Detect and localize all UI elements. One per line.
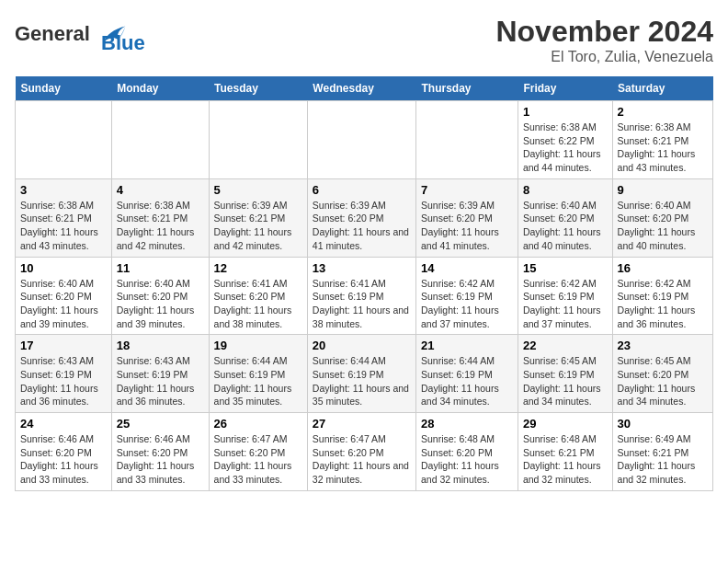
calendar-day: 8Sunrise: 6:40 AM Sunset: 6:20 PM Daylig… [518, 178, 612, 257]
calendar-day: 30Sunrise: 6:49 AM Sunset: 6:21 PM Dayli… [612, 413, 712, 491]
day-info: Sunrise: 6:48 AM Sunset: 6:21 PM Dayligh… [523, 432, 608, 487]
day-number: 8 [523, 183, 608, 197]
day-info: Sunrise: 6:40 AM Sunset: 6:20 PM Dayligh… [117, 277, 204, 331]
day-number: 13 [313, 261, 411, 275]
day-number: 6 [313, 183, 411, 197]
calendar-day: 6Sunrise: 6:39 AM Sunset: 6:20 PM Daylig… [307, 178, 415, 257]
day-number: 7 [421, 183, 513, 197]
calendar-day [16, 101, 112, 179]
day-number: 14 [421, 261, 513, 275]
calendar-day: 2Sunrise: 6:38 AM Sunset: 6:21 PM Daylig… [612, 101, 712, 179]
day-number: 22 [523, 339, 608, 352]
day-info: Sunrise: 6:39 AM Sunset: 6:20 PM Dayligh… [421, 199, 513, 253]
header-friday: Friday [518, 76, 612, 101]
day-number: 15 [523, 261, 608, 275]
page-header: General Blue November 2024 El Toro, Zuli… [15, 15, 713, 65]
day-info: Sunrise: 6:39 AM Sunset: 6:20 PM Dayligh… [313, 199, 411, 253]
calendar-day [307, 101, 415, 179]
day-info: Sunrise: 6:40 AM Sunset: 6:20 PM Dayligh… [618, 199, 708, 253]
day-number: 26 [214, 417, 302, 431]
day-number: 21 [421, 339, 513, 352]
logo-text-general: General [15, 22, 90, 45]
day-info: Sunrise: 6:42 AM Sunset: 6:19 PM Dayligh… [421, 277, 513, 331]
day-number: 12 [214, 261, 302, 275]
page-subtitle: El Toro, Zulia, Venezuela [495, 49, 713, 65]
calendar-day: 14Sunrise: 6:42 AM Sunset: 6:19 PM Dayli… [416, 257, 518, 335]
day-info: Sunrise: 6:45 AM Sunset: 6:20 PM Dayligh… [618, 354, 708, 408]
calendar-week-4: 17Sunrise: 6:43 AM Sunset: 6:19 PM Dayli… [16, 335, 713, 413]
day-number: 29 [523, 417, 608, 431]
day-info: Sunrise: 6:46 AM Sunset: 6:20 PM Dayligh… [117, 432, 204, 487]
day-info: Sunrise: 6:42 AM Sunset: 6:19 PM Dayligh… [523, 277, 608, 331]
calendar-day: 20Sunrise: 6:44 AM Sunset: 6:19 PM Dayli… [307, 335, 415, 413]
header-wednesday: Wednesday [307, 76, 415, 101]
day-info: Sunrise: 6:47 AM Sunset: 6:20 PM Dayligh… [313, 432, 411, 487]
calendar-header-row: SundayMondayTuesdayWednesdayThursdayFrid… [16, 76, 713, 101]
day-number: 2 [618, 105, 708, 119]
day-number: 11 [117, 261, 204, 275]
day-number: 17 [20, 339, 107, 352]
day-number: 18 [117, 339, 204, 352]
calendar-day: 18Sunrise: 6:43 AM Sunset: 6:19 PM Dayli… [111, 335, 209, 413]
calendar-day: 7Sunrise: 6:39 AM Sunset: 6:20 PM Daylig… [416, 178, 518, 257]
day-info: Sunrise: 6:48 AM Sunset: 6:20 PM Dayligh… [421, 432, 513, 487]
day-number: 23 [618, 339, 708, 352]
page-title: November 2024 [495, 15, 713, 49]
calendar-day: 22Sunrise: 6:45 AM Sunset: 6:19 PM Dayli… [518, 335, 612, 413]
header-saturday: Saturday [612, 76, 712, 101]
calendar-day [416, 101, 518, 179]
calendar-day: 24Sunrise: 6:46 AM Sunset: 6:20 PM Dayli… [16, 413, 112, 491]
header-tuesday: Tuesday [209, 76, 307, 101]
day-number: 16 [618, 261, 708, 275]
day-info: Sunrise: 6:39 AM Sunset: 6:21 PM Dayligh… [214, 199, 302, 253]
day-info: Sunrise: 6:44 AM Sunset: 6:19 PM Dayligh… [214, 354, 302, 408]
header-thursday: Thursday [416, 76, 518, 101]
calendar-day: 12Sunrise: 6:41 AM Sunset: 6:20 PM Dayli… [209, 257, 307, 335]
logo: General Blue [15, 15, 145, 55]
day-info: Sunrise: 6:38 AM Sunset: 6:22 PM Dayligh… [523, 121, 608, 175]
day-info: Sunrise: 6:40 AM Sunset: 6:20 PM Dayligh… [523, 199, 608, 253]
day-number: 19 [214, 339, 302, 352]
day-number: 20 [313, 339, 411, 352]
calendar-day: 25Sunrise: 6:46 AM Sunset: 6:20 PM Dayli… [111, 413, 209, 491]
day-info: Sunrise: 6:38 AM Sunset: 6:21 PM Dayligh… [20, 199, 107, 253]
calendar-day: 29Sunrise: 6:48 AM Sunset: 6:21 PM Dayli… [518, 413, 612, 491]
day-info: Sunrise: 6:44 AM Sunset: 6:19 PM Dayligh… [421, 354, 513, 408]
day-info: Sunrise: 6:45 AM Sunset: 6:19 PM Dayligh… [523, 354, 608, 408]
calendar-day: 5Sunrise: 6:39 AM Sunset: 6:21 PM Daylig… [209, 178, 307, 257]
calendar-day: 11Sunrise: 6:40 AM Sunset: 6:20 PM Dayli… [111, 257, 209, 335]
day-info: Sunrise: 6:43 AM Sunset: 6:19 PM Dayligh… [20, 354, 107, 408]
day-info: Sunrise: 6:43 AM Sunset: 6:19 PM Dayligh… [117, 354, 204, 408]
calendar-day: 23Sunrise: 6:45 AM Sunset: 6:20 PM Dayli… [612, 335, 712, 413]
day-info: Sunrise: 6:41 AM Sunset: 6:20 PM Dayligh… [214, 277, 302, 331]
day-info: Sunrise: 6:46 AM Sunset: 6:20 PM Dayligh… [20, 432, 107, 487]
day-info: Sunrise: 6:40 AM Sunset: 6:20 PM Dayligh… [20, 277, 107, 331]
day-info: Sunrise: 6:41 AM Sunset: 6:19 PM Dayligh… [313, 277, 411, 331]
calendar-day: 13Sunrise: 6:41 AM Sunset: 6:19 PM Dayli… [307, 257, 415, 335]
calendar-day: 4Sunrise: 6:38 AM Sunset: 6:21 PM Daylig… [111, 178, 209, 257]
calendar-day: 17Sunrise: 6:43 AM Sunset: 6:19 PM Dayli… [16, 335, 112, 413]
day-number: 5 [214, 183, 302, 197]
day-info: Sunrise: 6:42 AM Sunset: 6:19 PM Dayligh… [618, 277, 708, 331]
day-number: 1 [523, 105, 608, 119]
calendar-week-1: 1Sunrise: 6:38 AM Sunset: 6:22 PM Daylig… [16, 101, 713, 179]
logo-text-blue: Blue [101, 31, 145, 55]
calendar-day [209, 101, 307, 179]
day-number: 4 [117, 183, 204, 197]
calendar-day: 16Sunrise: 6:42 AM Sunset: 6:19 PM Dayli… [612, 257, 712, 335]
header-sunday: Sunday [16, 76, 112, 101]
day-info: Sunrise: 6:38 AM Sunset: 6:21 PM Dayligh… [117, 199, 204, 253]
day-number: 27 [313, 417, 411, 431]
calendar-day: 28Sunrise: 6:48 AM Sunset: 6:20 PM Dayli… [416, 413, 518, 491]
calendar-day: 10Sunrise: 6:40 AM Sunset: 6:20 PM Dayli… [16, 257, 112, 335]
day-number: 9 [618, 183, 708, 197]
day-info: Sunrise: 6:38 AM Sunset: 6:21 PM Dayligh… [618, 121, 708, 175]
calendar-day: 3Sunrise: 6:38 AM Sunset: 6:21 PM Daylig… [16, 178, 112, 257]
calendar-week-5: 24Sunrise: 6:46 AM Sunset: 6:20 PM Dayli… [16, 413, 713, 491]
day-number: 25 [117, 417, 204, 431]
calendar-week-3: 10Sunrise: 6:40 AM Sunset: 6:20 PM Dayli… [16, 257, 713, 335]
calendar-table: SundayMondayTuesdayWednesdayThursdayFrid… [15, 76, 713, 491]
calendar-day: 19Sunrise: 6:44 AM Sunset: 6:19 PM Dayli… [209, 335, 307, 413]
day-number: 24 [20, 417, 107, 431]
title-block: November 2024 El Toro, Zulia, Venezuela [495, 15, 713, 65]
